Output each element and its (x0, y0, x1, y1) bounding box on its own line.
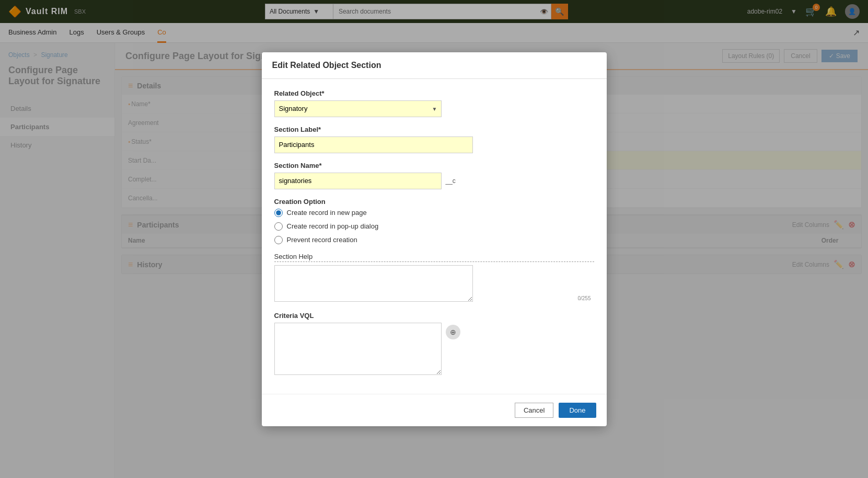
section-help-label: Section Help (274, 253, 594, 262)
form-group-section-name: Section Name* __c (274, 162, 594, 189)
select-wrapper: Signatory (274, 100, 442, 117)
criteria-vql-textarea[interactable] (274, 323, 442, 375)
radio-prevent[interactable]: Prevent record creation (274, 236, 594, 244)
section-name-label: Section Name* (274, 162, 594, 169)
modal-body: Related Object* Signatory Section Label*… (262, 79, 607, 394)
radio-popup-label: Create record in pop-up dialog (287, 222, 379, 230)
section-help-char-count: 0/255 (577, 295, 591, 301)
modal-cancel-button[interactable]: Cancel (515, 403, 553, 418)
form-group-related-object: Related Object* Signatory (274, 89, 594, 117)
radio-new-page-input[interactable] (274, 209, 283, 217)
form-group-creation-option: Creation Option Create record in new pag… (274, 198, 594, 244)
modal-header: Edit Related Object Section (262, 52, 607, 79)
related-object-select[interactable]: Signatory (274, 100, 442, 117)
creation-option-label: Creation Option (274, 198, 594, 206)
section-label-label: Section Label* (274, 126, 594, 133)
related-object-label: Related Object* (274, 89, 594, 97)
modal-footer: Cancel Done (262, 394, 607, 426)
form-group-criteria-vql: Criteria VQL ⊕ (274, 312, 594, 375)
form-group-section-help: Section Help 0/255 (274, 253, 594, 303)
radio-prevent-input[interactable] (274, 236, 283, 244)
radio-popup-input[interactable] (274, 222, 283, 231)
radio-new-page[interactable]: Create record in new page (274, 209, 594, 217)
section-help-textarea[interactable] (274, 265, 473, 302)
criteria-helper-icon[interactable]: ⊕ (446, 325, 460, 339)
section-name-suffix: __c (446, 177, 456, 185)
modal-overlay: Edit Related Object Section Related Obje… (0, 0, 868, 478)
modal-done-button[interactable]: Done (559, 403, 596, 418)
modal-title: Edit Related Object Section (272, 61, 381, 70)
criteria-vql-label: Criteria VQL (274, 312, 594, 320)
radio-new-page-label: Create record in new page (287, 209, 367, 217)
radio-popup[interactable]: Create record in pop-up dialog (274, 222, 594, 231)
form-group-section-label: Section Label* (274, 126, 594, 153)
section-name-input[interactable] (274, 173, 442, 189)
creation-option-radio-group: Create record in new page Create record … (274, 209, 594, 244)
section-name-input-wrap: __c (274, 173, 594, 189)
criteria-wrapper: ⊕ (274, 323, 594, 375)
radio-prevent-label: Prevent record creation (287, 236, 357, 244)
modal-edit-related-object: Edit Related Object Section Related Obje… (262, 52, 607, 426)
section-help-textarea-wrapper: 0/255 (274, 265, 594, 303)
section-label-input[interactable] (274, 136, 473, 153)
